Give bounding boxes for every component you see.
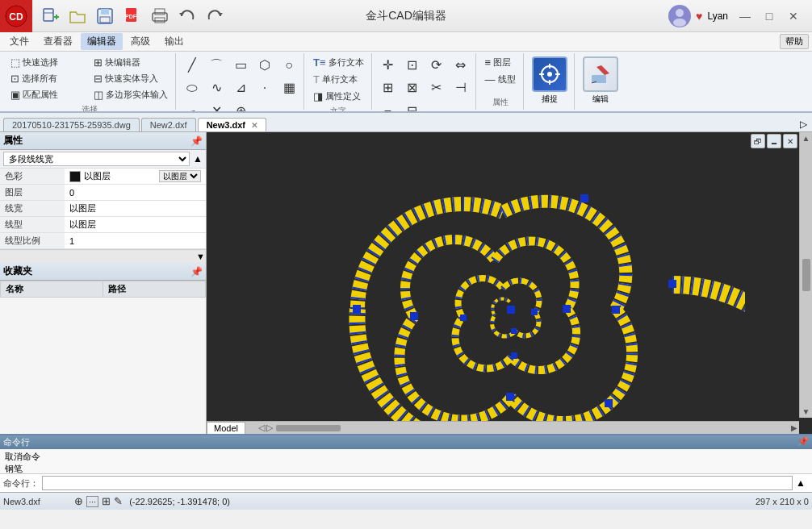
status-icon-ortho[interactable]: ⊞ [102, 495, 111, 507]
entity-type-select[interactable]: 多段线线宽 [3, 152, 190, 166]
canvas-close-btn[interactable]: ✕ [783, 134, 797, 148]
scroll-right-btn[interactable]: ▶ [789, 422, 799, 434]
menu-file[interactable]: 文件 [3, 33, 36, 50]
prop-value-color[interactable]: 以图层 以图层 [65, 169, 206, 184]
menu-output[interactable]: 输出 [158, 33, 190, 50]
model-tab[interactable]: Model [207, 422, 245, 434]
fillet-btn[interactable]: ⌐ [377, 101, 400, 113]
mirror-btn[interactable]: ⇔ [450, 55, 472, 76]
prop-value-linewidth[interactable]: 以图层 [65, 201, 206, 217]
minimize-button[interactable]: — [733, 4, 757, 28]
scroll-thumb-v[interactable] [802, 259, 810, 291]
prop-row-linetype: 线型 以图层 [0, 217, 206, 233]
prop-value-ltscale[interactable]: 1 [65, 233, 206, 249]
linetype-btn[interactable]: — 线型 [481, 72, 520, 87]
stretch-btn[interactable]: ⊠ [401, 77, 424, 98]
tab-new2[interactable]: New2.dxf [141, 118, 196, 131]
arc-btn[interactable]: ⌒ [205, 55, 228, 76]
cloud-btn[interactable]: ☁ [181, 101, 203, 113]
move-btn[interactable]: ✛ [377, 55, 400, 76]
open-button[interactable] [66, 5, 89, 27]
pline-btn[interactable]: ⊿ [229, 77, 252, 98]
prop-value-linetype[interactable]: 以图层 [65, 217, 206, 233]
fav-col-name: 名称 [1, 281, 103, 298]
user-area: ♥ Lyan — □ ✕ [668, 4, 812, 28]
edit-button[interactable] [583, 56, 618, 92]
canvas-restore-btn[interactable]: 🗗 [751, 134, 765, 148]
print-button[interactable] [149, 5, 171, 27]
color-select[interactable]: 以图层 [159, 170, 201, 182]
tab-dwg[interactable]: 20170510-231755-25935.dwg [3, 118, 140, 131]
scroll-thumb-h[interactable] [276, 425, 341, 431]
spline-btn[interactable]: ∿ [205, 77, 228, 98]
scroll-up-btn[interactable]: ▲ [801, 132, 812, 144]
layer-btn[interactable]: ≡ 图层 [481, 55, 520, 70]
attdef-btn[interactable]: ◨ 属性定义 [309, 89, 368, 104]
svg-rect-39 [531, 309, 538, 315]
match-props-btn[interactable]: ▣ 匹配属性 [6, 87, 89, 102]
copy-btn[interactable]: ⊡ [401, 55, 424, 76]
command-pin[interactable]: 📌 [797, 436, 809, 448]
select-all-btn[interactable]: ⊡ 选择所有 [6, 71, 89, 86]
circle-btn[interactable]: ○ [278, 55, 300, 76]
close-button[interactable]: ✕ [781, 4, 806, 28]
maximize-button[interactable]: □ [757, 4, 781, 28]
properties-pin[interactable]: 📌 [190, 135, 203, 147]
svg-rect-40 [511, 328, 517, 334]
scroll-down-btn[interactable]: ▼ [801, 406, 812, 418]
status-icon-snap[interactable]: ⊕ [74, 495, 83, 507]
prop-scroll-up[interactable]: ▲ [193, 153, 203, 165]
svg-rect-12 [155, 9, 165, 15]
tab-new3[interactable]: New3.dxf ✕ [198, 118, 266, 131]
save-button[interactable] [94, 5, 116, 27]
help-button[interactable]: 帮助 [780, 34, 809, 49]
prop-scroll-down[interactable]: ▼ [196, 252, 205, 261]
menu-edit[interactable]: 编辑器 [81, 33, 123, 50]
offset-btn[interactable]: ⊟ [401, 101, 424, 113]
tab-scroll-right[interactable]: ▷ [795, 117, 812, 131]
status-filename: New3.dxf [3, 497, 68, 506]
properties-scroll[interactable]: 色彩 以图层 以图层 图层 0 线宽 [0, 169, 206, 249]
quick-select-btn[interactable]: ⬚ 快速选择 [6, 55, 89, 70]
poly-btn[interactable]: ⬡ [253, 55, 276, 76]
new-button[interactable] [39, 5, 61, 27]
xline-btn[interactable]: ✕ [205, 101, 228, 113]
scroll-right-ctrl[interactable]: ▷ [266, 423, 273, 433]
status-icon-grid[interactable]: ··· [86, 496, 98, 507]
rect-btn[interactable]: ▭ [229, 55, 252, 76]
cmd-expand-icon[interactable]: ▲ [793, 477, 809, 489]
quick-solid-import-btn[interactable]: ⊟ 快速实体导入 [90, 71, 172, 86]
ellipse-btn[interactable]: ⬭ [181, 77, 203, 98]
scale-btn[interactable]: ⊞ [377, 77, 400, 98]
menu-advanced[interactable]: 高级 [124, 33, 157, 50]
canvas-area[interactable]: 🗗 🗕 ✕ [207, 132, 812, 434]
trim-btn[interactable]: ✂ [425, 77, 448, 98]
snap-button[interactable] [532, 56, 567, 92]
status-icon-polar[interactable]: ✎ [114, 495, 123, 507]
block-btn[interactable]: ⊕ [229, 101, 252, 113]
prop-value-layer[interactable]: 0 [65, 185, 206, 201]
pdf-button[interactable]: PDF [121, 5, 144, 27]
rotate-btn[interactable]: ⟳ [425, 55, 448, 76]
polygon-import-btn[interactable]: ◫ 多边形实体输入 [90, 87, 172, 102]
hatch-btn[interactable]: ▦ [278, 77, 300, 98]
mtext-btn[interactable]: T≡ 多行文本 [309, 55, 368, 70]
tab-close-icon[interactable]: ✕ [251, 121, 257, 130]
line-btn[interactable]: ╱ [181, 55, 203, 76]
undo-button[interactable] [176, 5, 199, 27]
menu-view[interactable]: 查看器 [37, 33, 79, 50]
scroll-left-ctrl[interactable]: ◁ [258, 423, 265, 433]
spiral-ring-1 [353, 194, 745, 422]
title-bar: CD PDF 金斗CAD编辑器 ♥ Lyan — [0, 0, 812, 32]
stext-btn[interactable]: T 单行文本 [309, 72, 368, 87]
canvas-min-btn[interactable]: 🗕 [767, 134, 781, 148]
properties-table: 色彩 以图层 以图层 图层 0 线宽 [0, 169, 206, 249]
favorites-pin[interactable]: 📌 [190, 266, 203, 277]
redo-button[interactable] [203, 5, 226, 27]
point-btn[interactable]: · [253, 77, 276, 98]
command-input[interactable] [42, 476, 793, 490]
canvas-scroll-bottom[interactable]: Model ◁ ▷ ▶ [207, 421, 799, 434]
canvas-scroll-right[interactable]: ▲ ▼ [799, 132, 812, 418]
extend-btn[interactable]: ⊣ [450, 77, 472, 98]
block-edit-btn[interactable]: ⊞ 块编辑器 [90, 55, 172, 70]
